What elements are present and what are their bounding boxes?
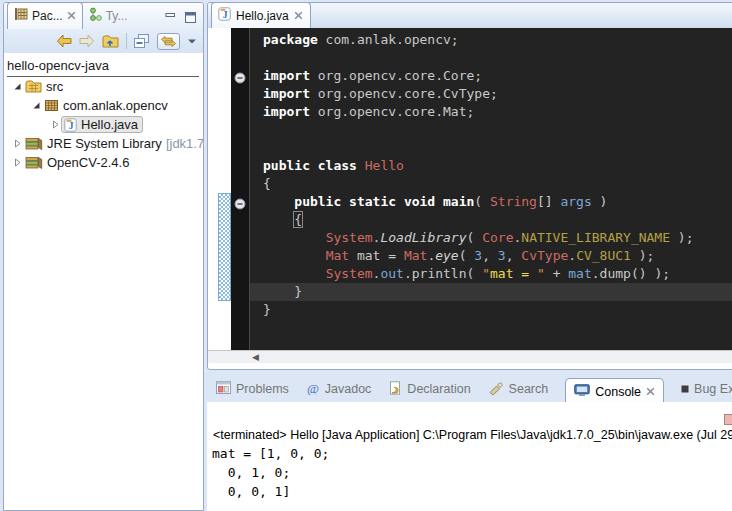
console-toolbar-icon[interactable]	[724, 414, 732, 425]
bottom-view-tab-bar: Problems@JavadocDeclarationSearchConsole…	[207, 376, 732, 402]
code-line: import org.opencv.core.CvType;	[250, 85, 732, 103]
twistie-collapsed-icon[interactable]	[12, 158, 23, 167]
tab-declaration[interactable]: Declaration	[388, 381, 470, 398]
javadoc-icon: @	[306, 381, 320, 398]
tree-item-content[interactable]: JHello.java	[61, 116, 143, 133]
code-line: System.out.println( "mat = " + mat.dump(…	[250, 265, 732, 283]
fold-collapse-icon[interactable]	[234, 70, 246, 88]
link-with-editor-toggle[interactable]	[157, 33, 180, 50]
method-range-indicator	[218, 193, 231, 301]
tab-hello-java[interactable]: J Hello.java	[211, 2, 311, 28]
code-line: import org.opencv.core.Core;	[250, 67, 732, 85]
console-icon	[574, 384, 590, 400]
code-line: Mat mat = Mat.eye( 3, 3, CvType.CV_8UC1 …	[250, 247, 732, 265]
eclipse-workbench: Pac... Ty...	[0, 0, 732, 511]
close-icon[interactable]	[294, 9, 303, 23]
editor-area: J Hello.java package com.anlak.opencv; i…	[207, 2, 732, 370]
forward-button[interactable]	[79, 34, 95, 48]
tree-item-com-anlak-opencv[interactable]: com.anlak.opencv	[4, 96, 203, 115]
close-icon[interactable]	[67, 9, 76, 23]
code-line: package com.anlak.opencv;	[250, 31, 732, 49]
view-menu-button[interactable]	[187, 38, 197, 45]
panel-window-buttons	[165, 9, 196, 27]
maximize-panel-button[interactable]	[185, 9, 196, 27]
package-folder-icon	[25, 80, 42, 93]
tree-item-label: com.anlak.opencv	[63, 98, 168, 113]
tree-item-opencv-2-4-6[interactable]: OpenCV-2.4.6	[4, 153, 203, 172]
editor-left-margin	[208, 28, 231, 350]
close-icon[interactable]	[646, 385, 655, 399]
java-file-icon: J	[218, 7, 231, 24]
tab-label: Javadoc	[325, 382, 372, 396]
package-explorer-panel: Pac... Ty...	[3, 2, 204, 511]
tree-item-content[interactable]: OpenCV-2.4.6	[23, 155, 133, 170]
collapse-all-button[interactable]	[134, 34, 150, 48]
svg-text:J: J	[69, 121, 74, 131]
minimize-panel-button[interactable]	[165, 9, 176, 27]
tree-item-content[interactable]: src	[23, 79, 67, 94]
code-line	[250, 121, 732, 139]
twistie-collapsed-icon[interactable]	[12, 139, 23, 148]
tab-label: Search	[509, 382, 549, 396]
tab-problems[interactable]: Problems	[216, 381, 289, 397]
tree-item-content[interactable]: JRE System Library [jdk1.7.0	[23, 136, 203, 151]
declaration-icon	[388, 381, 402, 398]
console-output[interactable]: mat = [1, 0, 0; 0, 1, 0; 0, 0, 1]	[212, 444, 732, 501]
tree-item-project-root[interactable]: hello-opencv-java	[7, 58, 199, 77]
svg-text:@: @	[307, 381, 319, 395]
tab-label: Console	[595, 385, 641, 399]
java-file-icon: J	[64, 118, 77, 132]
explorer-toolbar	[56, 30, 197, 52]
editor-tab-bar: J Hello.java	[208, 3, 732, 28]
tree-item-content[interactable]: com.anlak.opencv	[42, 98, 172, 113]
console-view: <terminated> Hello [Java Application] C:…	[207, 402, 732, 511]
tab-label: Bug Explorer	[694, 382, 732, 396]
code-line: public static void main( String[] args )	[250, 193, 732, 211]
search-icon	[488, 381, 504, 398]
editor-horizontal-scrollbar[interactable]: ◀	[208, 350, 732, 363]
package-icon	[44, 99, 59, 112]
tree-item-decoration: [jdk1.7.0	[166, 136, 203, 151]
tab-search[interactable]: Search	[488, 381, 549, 398]
tree-item-label: Hello.java	[81, 117, 138, 132]
explorer-header: Pac... Ty...	[4, 3, 203, 53]
back-button[interactable]	[56, 34, 72, 48]
code-line-current: }	[250, 283, 732, 301]
package-explorer-icon	[14, 7, 28, 24]
tab-type-hierarchy[interactable]: Ty...	[83, 3, 134, 29]
tab-label: Problems	[236, 382, 289, 396]
twistie-expanded-icon[interactable]	[12, 82, 23, 91]
tree-item-label: OpenCV-2.4.6	[47, 155, 129, 170]
library-icon	[25, 156, 43, 169]
svg-text:J: J	[223, 10, 228, 20]
tab-package-explorer[interactable]: Pac...	[7, 2, 83, 29]
tab-bug-explorer[interactable]: Bug Explorer	[681, 382, 732, 396]
tab-label: Declaration	[407, 382, 470, 396]
up-button[interactable]	[102, 34, 119, 49]
code-editor[interactable]: package com.anlak.opencv; import org.ope…	[249, 28, 732, 350]
tree-item-src[interactable]: src	[4, 77, 203, 96]
tree-item-hello-java[interactable]: JHello.java	[4, 115, 203, 134]
code-line: }	[250, 301, 732, 319]
bug-square-icon	[681, 382, 689, 396]
scroll-left-arrow-icon[interactable]: ◀	[252, 351, 259, 363]
code-line	[250, 139, 732, 157]
twistie-expanded-icon[interactable]	[31, 101, 42, 110]
editor-body: package com.anlak.opencv; import org.ope…	[208, 28, 732, 350]
fold-collapse-icon[interactable]	[234, 196, 246, 214]
code-line: {	[250, 175, 732, 193]
library-icon	[25, 137, 43, 150]
tree-item-label: JRE System Library	[47, 136, 162, 151]
problems-icon	[216, 381, 231, 397]
code-line: System.LoadLibrary( Core.NATIVE_LIBRARY_…	[250, 229, 732, 247]
tree-items: srccom.anlak.opencvJHello.javaJRE System…	[4, 77, 203, 172]
code-line: public class Hello	[250, 157, 732, 175]
tree-item-label: src	[46, 79, 63, 94]
tab-label: Ty...	[106, 9, 128, 23]
tab-label: Hello.java	[236, 9, 289, 23]
tree-item-jre-system-library[interactable]: JRE System Library [jdk1.7.0	[4, 134, 203, 153]
type-hierarchy-icon	[89, 7, 102, 24]
twistie-collapsed-icon[interactable]	[50, 120, 61, 129]
tab-javadoc[interactable]: @Javadoc	[306, 381, 372, 398]
toolbar-separator	[126, 33, 127, 49]
